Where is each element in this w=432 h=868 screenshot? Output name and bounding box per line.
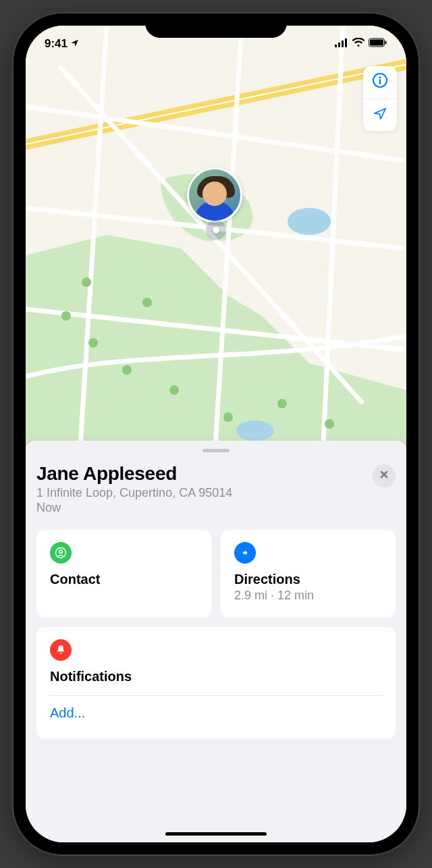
person-name: Jane Appleseed [36, 463, 396, 485]
svg-point-23 [59, 550, 63, 553]
person-location-pin[interactable] [187, 167, 245, 240]
directions-icon [234, 542, 256, 564]
map-tiles [26, 26, 406, 458]
svg-point-18 [82, 277, 91, 287]
svg-point-16 [325, 419, 334, 429]
person-address: 1 Infinite Loop, Cupertino, CA 95014 [36, 486, 396, 500]
svg-point-9 [236, 421, 274, 441]
svg-point-12 [122, 365, 132, 375]
location-services-icon [70, 37, 79, 51]
info-button[interactable] [363, 66, 397, 99]
signal-bars-icon [335, 37, 348, 51]
phone-frame: 9:41 [14, 13, 418, 855]
bell-icon [50, 639, 72, 661]
notifications-title: Notifications [50, 669, 382, 696]
location-arrow-icon [373, 106, 387, 125]
svg-point-15 [277, 399, 287, 408]
map-view[interactable] [26, 26, 406, 458]
add-notification-button[interactable]: Add... [50, 696, 382, 730]
directions-title: Directions [234, 572, 382, 587]
contact-icon [50, 542, 72, 564]
status-time: 9:41 [45, 37, 68, 51]
svg-point-14 [223, 412, 233, 422]
close-button[interactable] [373, 464, 396, 487]
sheet-header: Jane Appleseed 1 Infinite Loop, Cupertin… [36, 463, 396, 515]
avatar [187, 167, 242, 223]
svg-rect-21 [379, 79, 381, 84]
svg-point-11 [88, 338, 98, 348]
svg-point-10 [61, 311, 71, 321]
grabber-handle[interactable] [202, 449, 230, 452]
map-controls [363, 66, 397, 131]
home-indicator[interactable] [165, 832, 267, 836]
svg-point-17 [142, 298, 152, 307]
battery-icon [369, 37, 387, 51]
contact-title: Contact [50, 572, 198, 587]
svg-point-8 [288, 208, 331, 235]
notifications-card: Notifications Add... [36, 627, 396, 738]
person-time: Now [36, 501, 396, 515]
svg-rect-6 [385, 41, 387, 45]
bottom-sheet[interactable]: Jane Appleseed 1 Infinite Loop, Cupertin… [26, 441, 406, 842]
contact-card[interactable]: Contact [36, 530, 211, 618]
pin-dot [206, 220, 226, 240]
svg-rect-0 [335, 45, 337, 47]
directions-card[interactable]: Directions 2.9 mi · 12 min [221, 530, 396, 618]
wifi-icon [352, 37, 364, 51]
phone-screen: 9:41 [26, 26, 406, 842]
svg-rect-3 [345, 38, 347, 47]
close-icon [379, 470, 389, 482]
notch [145, 13, 287, 38]
svg-rect-1 [338, 43, 340, 47]
svg-point-13 [169, 385, 179, 395]
action-row: Contact Directions 2.9 mi · 12 min [36, 530, 396, 618]
svg-rect-5 [370, 40, 383, 46]
locate-me-button[interactable] [363, 99, 397, 131]
svg-rect-2 [342, 40, 344, 47]
info-icon [372, 72, 388, 92]
svg-point-20 [379, 76, 381, 78]
directions-subtitle: 2.9 mi · 12 min [234, 589, 382, 603]
